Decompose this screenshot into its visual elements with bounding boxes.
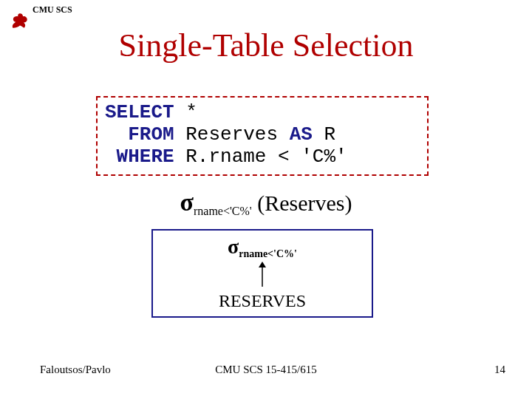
sql-line-from: FROM Reserves AS R bbox=[105, 124, 420, 146]
sigma-subscript: rname<'C%' bbox=[194, 205, 252, 217]
sql-from-rest2: R bbox=[313, 123, 335, 146]
sql-kw-as: AS bbox=[290, 123, 313, 146]
sql-line-select: SELECT * bbox=[105, 102, 420, 124]
ra-close: ) bbox=[345, 191, 352, 215]
footer-page-number: 14 bbox=[494, 364, 505, 376]
tree-sigma-node: σrname<'C%' bbox=[153, 235, 372, 260]
arrow-up-icon bbox=[257, 262, 267, 287]
sql-from-rest1: Reserves bbox=[174, 123, 290, 146]
sql-line-where: WHERE R.rname < 'C%' bbox=[105, 146, 420, 168]
footer: Faloutsos/Pavlo CMU SCS 15-415/615 14 bbox=[0, 364, 532, 378]
tree-sigma-subscript: rname<'C%' bbox=[239, 248, 297, 259]
footer-course: CMU SCS 15-415/615 bbox=[0, 364, 532, 376]
sql-kw-where: WHERE bbox=[105, 146, 174, 168]
ra-operand: Reserves bbox=[265, 191, 344, 215]
header-org: CMU SCS bbox=[33, 4, 72, 16]
sql-select-rest: * bbox=[174, 101, 197, 123]
sigma-symbol: σ bbox=[180, 188, 194, 216]
header: CMU SCS bbox=[7, 4, 525, 27]
sql-code-box: SELECT * FROM Reserves AS R WHERE R.rnam… bbox=[96, 96, 429, 176]
tree-table-node: RESERVES bbox=[153, 291, 372, 311]
sql-kw-from: FROM bbox=[105, 123, 174, 146]
svg-marker-1 bbox=[259, 262, 266, 267]
sql-where-rest: R.rname < 'C%' bbox=[174, 146, 347, 168]
relational-algebra-expression: σrname<'C%' (Reserves) bbox=[0, 188, 532, 218]
sql-kw-select: SELECT bbox=[105, 101, 174, 123]
tree-sigma-symbol: σ bbox=[228, 235, 239, 258]
ra-open: ( bbox=[252, 191, 265, 215]
query-tree-box: σrname<'C%' RESERVES bbox=[151, 229, 373, 318]
page-title: Single-Table Selection bbox=[0, 27, 532, 64]
